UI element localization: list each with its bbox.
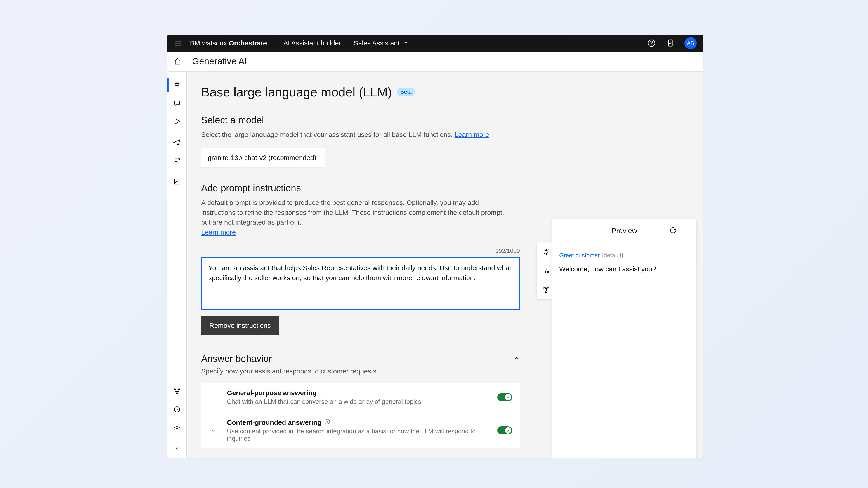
nav-builder[interactable]: AI Assistant builder (283, 39, 341, 47)
desc-text: Select the large language model that you… (201, 131, 455, 138)
sidebar-history-icon[interactable] (167, 400, 186, 418)
learn-more-link[interactable]: Learn more (455, 131, 489, 138)
chevron-down-icon (403, 39, 409, 47)
learn-more-link[interactable]: Learn more (201, 228, 236, 236)
answer-behavior-section: Answer behavior Specify how your assista… (201, 353, 520, 449)
sidebar-settings-icon[interactable] (167, 418, 186, 436)
page-title: Generative AI (192, 56, 247, 66)
preview-panel: Preview Greet customer [default] Welcome… (553, 219, 696, 458)
help-icon[interactable] (647, 38, 656, 48)
remove-instructions-button[interactable]: Remove instructions (201, 316, 279, 335)
svg-point-11 (545, 250, 548, 253)
info-icon[interactable] (324, 418, 331, 426)
preview-messages: Greet customer [default] Welcome, how ca… (553, 243, 696, 458)
prompt-desc-text: A default prompt is provided to produce … (201, 199, 504, 226)
sidebar-play-icon[interactable] (167, 112, 186, 130)
minimize-icon[interactable] (684, 227, 691, 234)
select-model-desc: Select the large language model that you… (201, 130, 513, 140)
toggle-content-grounded[interactable]: ✓ (497, 426, 512, 434)
behavior-label: General-purpose answering (227, 389, 497, 397)
model-value: granite-13b-chat-v2 (recommended) (208, 154, 316, 162)
svg-rect-14 (546, 291, 547, 292)
model-select[interactable]: granite-13b-chat-v2 (recommended) (201, 148, 325, 167)
sidebar-flow-icon[interactable] (167, 382, 186, 400)
label-text: Content-grounded answering (227, 419, 321, 426)
beta-badge: Beta (397, 88, 415, 96)
check-icon: ✓ (507, 395, 510, 398)
divider (171, 438, 183, 438)
assistant-name: Sales Assistant (354, 39, 400, 47)
topbar-right: AB (647, 37, 697, 49)
behavior-sub: Chat with an LLM that can converse on a … (227, 398, 497, 405)
svg-point-3 (175, 158, 177, 160)
sidebar-users-icon[interactable] (167, 151, 186, 169)
chevron-down-icon[interactable] (209, 427, 218, 433)
sidebar (167, 72, 187, 458)
svg-rect-12 (544, 287, 546, 289)
subheader: Generative AI (167, 52, 703, 72)
preview-title: Preview (612, 227, 637, 235)
svg-point-9 (176, 427, 178, 429)
preview-header: Preview (553, 219, 696, 243)
greet-link[interactable]: Greet customer (559, 252, 600, 259)
divider (171, 132, 183, 132)
svg-point-7 (176, 393, 178, 394)
brand-light: watsonx (202, 39, 227, 47)
menu-icon[interactable] (174, 39, 183, 48)
svg-point-6 (178, 389, 180, 390)
topbar: IBM watsonx Orchestrate AI Assistant bui… (167, 35, 703, 52)
prompt-desc: A default prompt is provided to produce … (201, 198, 513, 237)
greet-default: [default] (602, 252, 623, 259)
chevron-up-icon (513, 355, 520, 363)
behavior-text: Content-grounded answering Use content p… (218, 418, 497, 442)
greet-line: Greet customer [default] (559, 252, 689, 259)
brand: IBM watsonx Orchestrate (188, 39, 267, 47)
brand-prefix: IBM (188, 39, 202, 47)
answer-heading: Answer behavior (201, 353, 272, 364)
divider (559, 248, 689, 248)
answer-desc: Specify how your assistant responds to c… (201, 367, 520, 375)
app-window: IBM watsonx Orchestrate AI Assistant bui… (167, 35, 703, 457)
brand-bold: Orchestrate (227, 39, 267, 47)
svg-rect-2 (669, 40, 673, 46)
sidebar-genai-icon[interactable] (167, 76, 186, 94)
home-icon[interactable] (174, 57, 182, 66)
behavior-label: Content-grounded answering (227, 418, 497, 426)
char-count: 192/1000 (201, 248, 520, 254)
check-icon: ✓ (507, 428, 510, 431)
prompt-heading: Add prompt instructions (201, 183, 688, 194)
avatar[interactable]: AB (684, 37, 697, 49)
clipboard-icon[interactable] (665, 38, 675, 48)
welcome-message: Welcome, how can I assist you? (559, 265, 689, 273)
behavior-general: General-purpose answering Chat with an L… (201, 383, 520, 412)
behavior-sub: Use content provided in the search integ… (227, 428, 497, 442)
assistant-dropdown[interactable]: Sales Assistant (354, 39, 409, 47)
behavior-text: General-purpose answering Chat with an L… (218, 389, 497, 405)
collapse-icon[interactable] (167, 440, 186, 457)
svg-point-4 (178, 158, 180, 160)
body: Base large language model (LLM) Beta Sel… (167, 72, 703, 458)
sidebar-send-icon[interactable] (167, 133, 186, 151)
svg-point-5 (174, 389, 176, 390)
heading-text: Base large language model (LLM) (201, 85, 392, 99)
accordion-head[interactable]: Answer behavior (201, 353, 520, 364)
svg-point-1 (651, 45, 652, 45)
behavior-content-grounded: Content-grounded answering Use content p… (201, 412, 520, 449)
divider (171, 171, 183, 171)
sidebar-analytics-icon[interactable] (167, 172, 186, 191)
prompt-textarea[interactable] (201, 257, 520, 310)
toggle-general[interactable]: ✓ (497, 393, 512, 401)
svg-rect-13 (547, 287, 549, 289)
main-heading: Base large language model (LLM) Beta (201, 85, 688, 99)
select-model-heading: Select a model (201, 115, 688, 126)
refresh-icon[interactable] (669, 226, 677, 235)
sidebar-chat-icon[interactable] (167, 94, 186, 112)
